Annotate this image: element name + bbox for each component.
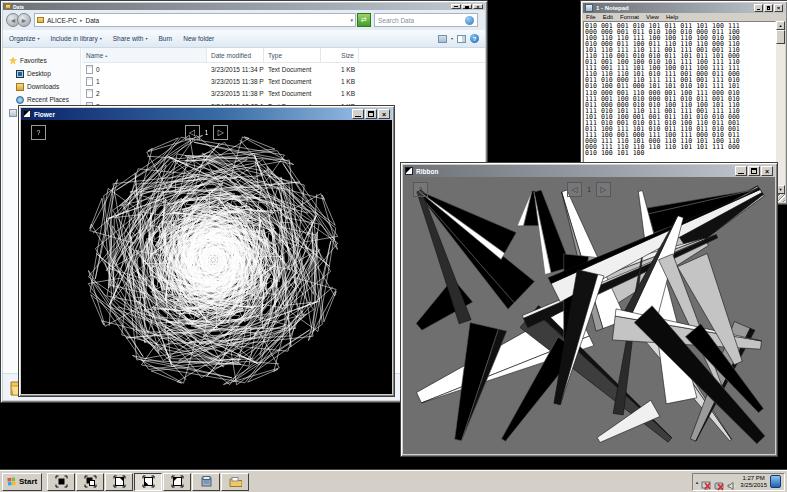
sidebar-section-favorites[interactable]: Favorites: [3, 54, 80, 67]
views-icon[interactable]: [438, 35, 447, 43]
start-label: Start: [19, 477, 37, 486]
close-button[interactable]: ×: [378, 109, 390, 119]
column-header-type[interactable]: Type: [264, 48, 321, 62]
explorer-toolbar-items: Organize▾Include in library▾Share with▾B…: [9, 35, 225, 42]
menu-format[interactable]: Format: [620, 14, 639, 20]
text-document-icon: [86, 65, 93, 74]
chevron-down-icon[interactable]: ▾: [350, 17, 353, 23]
sidebar-section-label: Favorites: [20, 57, 47, 64]
folder-down-icon: [16, 83, 24, 91]
windows-logo-icon: [7, 477, 17, 487]
tray-volume-icon[interactable]: [727, 477, 737, 487]
file-row[interactable]: 03/23/2015 11:34 PMText Document1 KB: [82, 63, 485, 75]
sidebar-item-downloads[interactable]: Downloads: [3, 80, 80, 93]
taskbar-button-folder[interactable]: [221, 473, 249, 491]
column-header-date-modified[interactable]: Date modified: [207, 48, 264, 62]
taskbar-button-triangle-bl[interactable]: [134, 473, 162, 491]
file-name-cell[interactable]: 1: [82, 77, 207, 86]
notepad-icon: [585, 4, 593, 12]
notepad-titlebar[interactable]: 1 - Notepad ×: [583, 3, 785, 13]
forward-button[interactable]: ►: [17, 13, 31, 27]
taskbar-button-corner-tr[interactable]: [105, 473, 133, 491]
search-input[interactable]: Search Data: [374, 13, 478, 27]
menu-help[interactable]: Help: [666, 14, 678, 20]
toolbar-burn[interactable]: Burn: [158, 35, 172, 42]
column-header-name[interactable]: Name▴: [82, 48, 207, 62]
close-button[interactable]: ×: [774, 4, 783, 12]
tray-blue-icon[interactable]: [770, 475, 781, 488]
dropdown-caret-icon: ▾: [145, 36, 147, 41]
close-button[interactable]: ×: [761, 166, 773, 176]
square-solid-icon: [55, 475, 68, 488]
tray-network-error-icon[interactable]: [701, 477, 711, 487]
file-row[interactable]: 23/23/2015 11:38 PMText Document1 KB: [82, 88, 485, 100]
taskbar-button-square-solid[interactable]: [47, 473, 75, 491]
page-number: 1: [205, 129, 209, 136]
toolbar-share-with[interactable]: Share with▾: [113, 35, 148, 42]
breadcrumb-folder[interactable]: Data: [86, 17, 100, 24]
column-header-size[interactable]: Size: [321, 48, 359, 62]
page-nav: ◁ 1 ▷: [403, 182, 775, 197]
prev-page-button[interactable]: ◁: [567, 182, 582, 197]
explorer-title: Data: [13, 4, 24, 10]
next-page-button[interactable]: ▷: [596, 182, 611, 197]
file-type-cell: Text Document: [264, 78, 321, 85]
refresh-button[interactable]: ⇄: [357, 13, 371, 27]
search-icon[interactable]: [465, 16, 474, 25]
minimize-button[interactable]: [735, 166, 747, 176]
breadcrumb-computer[interactable]: ALICE-PC: [47, 17, 77, 24]
ribbon-titlebar[interactable]: Ribbon ×: [403, 165, 775, 177]
clock-date: 3/25/2015: [740, 482, 767, 488]
file-modified-cell: 3/23/2015 11:38 PM: [207, 90, 264, 97]
toolbar-organize[interactable]: Organize▾: [9, 35, 39, 42]
text-document-icon: [86, 77, 93, 86]
maximize-button[interactable]: [764, 4, 773, 12]
close-button[interactable]: ×: [473, 4, 483, 9]
file-row[interactable]: 13/23/2015 11:38 PMText Document1 KB: [82, 75, 485, 87]
next-page-button[interactable]: ▷: [213, 125, 228, 140]
taskbar-button-square-overlap[interactable]: [76, 473, 104, 491]
minimize-button[interactable]: [451, 4, 461, 9]
flower-titlebar[interactable]: Flower ×: [21, 108, 392, 120]
menu-file[interactable]: File: [586, 14, 596, 20]
taskbar-button-notepad[interactable]: [192, 473, 220, 491]
file-size-cell: 1 KB: [321, 66, 359, 73]
minimize-button[interactable]: [754, 4, 763, 12]
notepad-text[interactable]: 010 001 001 010 101 011 011 101 100 111 …: [584, 22, 775, 156]
scrollbar-thumb[interactable]: [776, 30, 785, 44]
menu-edit[interactable]: Edit: [603, 14, 613, 20]
file-type-cell: Text Document: [264, 66, 321, 73]
toolbar-new-folder[interactable]: New folder: [183, 35, 214, 42]
folder-icon: [229, 475, 242, 488]
ribbon-window: Ribbon × ? ◁ 1 ▷: [400, 162, 778, 457]
minimize-button[interactable]: [352, 109, 364, 119]
explorer-titlebar[interactable]: Data ×: [3, 3, 485, 10]
sidebar-item-label: Desktop: [27, 70, 51, 77]
views-dropdown-icon[interactable]: ▾: [451, 36, 453, 41]
menu-view[interactable]: View: [646, 14, 659, 20]
show-hidden-icons[interactable]: ▴: [696, 479, 699, 485]
help-icon[interactable]: ?: [470, 34, 479, 43]
start-button[interactable]: Start: [2, 473, 42, 491]
folder-icon: [5, 4, 11, 9]
toolbar-include-in-library[interactable]: Include in library▾: [50, 35, 101, 42]
breadcrumb[interactable]: ALICE-PC ▸ Data ▾: [34, 13, 356, 27]
file-name: 0: [96, 66, 100, 73]
places-icon: [16, 96, 24, 104]
file-name-cell[interactable]: 0: [82, 65, 207, 74]
sidebar-item-desktop[interactable]: Desktop: [3, 67, 80, 80]
clock[interactable]: 1:27 PM 3/25/2015: [740, 475, 767, 489]
maximize-button[interactable]: [365, 109, 377, 119]
star-icon: [9, 57, 17, 65]
preview-pane-icon[interactable]: [457, 35, 466, 43]
taskbar-button-corner-tl[interactable]: [163, 473, 191, 491]
maximize-button[interactable]: [462, 4, 472, 9]
prev-page-button[interactable]: ◁: [185, 125, 200, 140]
file-type-cell: Text Document: [264, 90, 321, 97]
flower-canvas: [21, 120, 392, 394]
maximize-button[interactable]: [748, 166, 760, 176]
dropdown-caret-icon: ▾: [100, 36, 102, 41]
scroll-up-icon[interactable]: ▲: [776, 21, 785, 30]
tray-device-error-icon[interactable]: [714, 477, 724, 487]
file-name-cell[interactable]: 2: [82, 89, 207, 98]
